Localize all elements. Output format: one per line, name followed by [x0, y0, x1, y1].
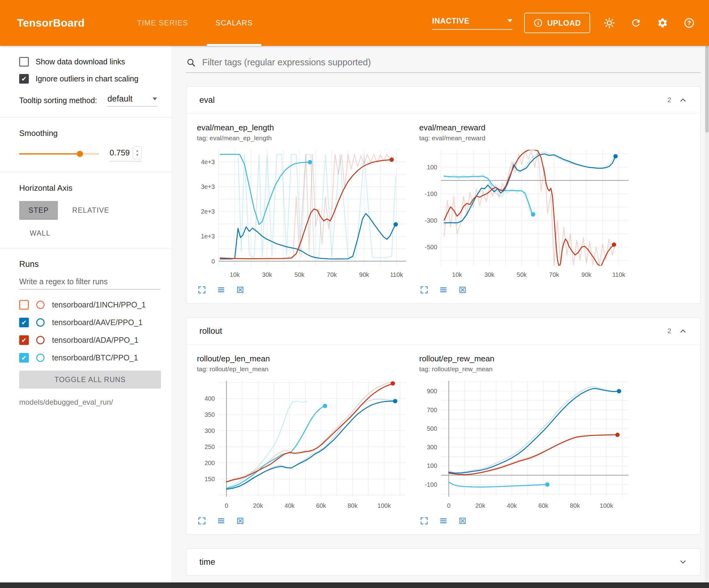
chart-rollout-ep-len-mean: rollout/ep_len_mean tag: rollout/ep_len_…: [194, 353, 411, 526]
tensorboard-app: TensorBoard TIME SERIES SCALARS INACTIVE…: [0, 0, 709, 588]
step-up-icon[interactable]: ▲: [136, 148, 139, 153]
chart-tag: tag: eval/mean_ep_length: [197, 134, 411, 142]
checkbox-label: Ignore outliers in chart scaling: [35, 74, 138, 83]
run-row-1inch[interactable]: tensorboard/1INCH/PPO_1: [19, 300, 159, 310]
svg-text:-100: -100: [425, 481, 437, 488]
relative-axis-button[interactable]: RELATIVE: [72, 206, 109, 214]
fit-domain-button[interactable]: [457, 285, 468, 295]
chart-toolbar: [197, 516, 411, 526]
tooltip-sorting-value: default: [107, 94, 132, 104]
refresh-icon: [630, 17, 641, 28]
section-eval-header[interactable]: eval 2: [186, 87, 700, 113]
wall-axis-button[interactable]: WALL: [30, 229, 50, 237]
svg-text:250: 250: [205, 443, 215, 450]
chart-canvas[interactable]: 10k30k50k70k90k110k01e+32e+33e+34e+3: [194, 145, 411, 281]
upload-button[interactable]: UPLOAD: [524, 13, 590, 33]
expand-chart-button[interactable]: [197, 285, 207, 295]
svg-text:10k: 10k: [452, 271, 462, 278]
section-rollout-header[interactable]: rollout 2: [186, 318, 700, 344]
svg-text:50k: 50k: [517, 271, 527, 278]
chart-title: rollout/ep_len_mean: [197, 354, 411, 363]
run-row-aave[interactable]: tensorboard/AAVE/PPO_1: [19, 318, 159, 327]
chevron-down-icon[interactable]: [679, 558, 687, 566]
chart-toolbar: [197, 285, 411, 295]
chevron-up-icon[interactable]: [679, 96, 687, 104]
chart-title: eval/mean_reward: [419, 123, 633, 132]
svg-text:20k: 20k: [253, 502, 263, 509]
smoothing-slider[interactable]: [19, 148, 99, 159]
view-data-button[interactable]: [216, 516, 226, 526]
chart-canvas[interactable]: 020k40k60k80k100k-100100300500700900: [416, 376, 633, 512]
runs-filter-input[interactable]: [19, 277, 160, 289]
tag-filter-input[interactable]: [202, 57, 701, 68]
tab-scalars[interactable]: SCALARS: [202, 0, 266, 46]
view-data-button[interactable]: [439, 285, 448, 295]
expand-chart-button[interactable]: [419, 285, 429, 295]
fit-domain-button[interactable]: [235, 285, 245, 295]
expand-chart-button[interactable]: [419, 516, 429, 526]
status-dropdown[interactable]: INACTIVE: [432, 17, 513, 30]
run-color-swatch[interactable]: [36, 336, 45, 344]
smoothing-value-input[interactable]: 0.759 ▲▼: [110, 146, 141, 161]
fit-domain-button[interactable]: [457, 516, 468, 526]
horizontal-axis-block: Horizontal Axis STEP RELATIVE WALL: [0, 172, 172, 248]
expand-chart-button[interactable]: [197, 516, 207, 526]
header-actions: INACTIVE UPLOAD: [432, 0, 697, 46]
view-data-button[interactable]: [216, 285, 226, 295]
svg-text:150: 150: [205, 476, 215, 482]
run-checkbox[interactable]: [19, 335, 29, 345]
svg-text:30k: 30k: [262, 271, 272, 278]
svg-text:80k: 80k: [348, 502, 358, 509]
slider-fill: [19, 153, 80, 154]
scrollbar-thumb[interactable]: [705, 46, 709, 132]
chart-tag: tag: eval/mean_reward: [419, 134, 633, 142]
run-checkbox[interactable]: [19, 300, 29, 310]
chart-canvas[interactable]: 10k30k50k70k90k110k100-100-300-500: [416, 145, 633, 281]
view-data-button[interactable]: [439, 516, 448, 526]
svg-text:1e+3: 1e+3: [201, 233, 215, 240]
svg-text:80k: 80k: [570, 502, 580, 509]
refresh-button[interactable]: [629, 16, 644, 30]
run-row-btc[interactable]: tensorboard/BTC/PPO_1: [19, 353, 159, 363]
stepper-buttons[interactable]: ▲▼: [133, 146, 141, 159]
run-color-swatch[interactable]: [36, 318, 45, 327]
tooltip-sorting-label: Tooltip sorting method:: [19, 95, 98, 106]
chart-title: rollout/ep_rew_mean: [419, 354, 633, 363]
chevron-up-icon[interactable]: [679, 327, 687, 335]
bottom-edge: [0, 582, 709, 588]
tab-time-series[interactable]: TIME SERIES: [124, 0, 202, 46]
ignore-outliers-checkbox[interactable]: Ignore outliers in chart scaling: [19, 74, 159, 84]
svg-text:30k: 30k: [484, 271, 495, 278]
svg-text:4e+3: 4e+3: [201, 158, 215, 165]
expand-icon: [197, 516, 207, 526]
chart-canvas[interactable]: 020k40k60k80k100k150200250300350400: [194, 376, 411, 512]
svg-text:500: 500: [427, 425, 437, 432]
run-checkbox[interactable]: [19, 353, 29, 363]
step-axis-button[interactable]: STEP: [19, 201, 58, 220]
run-checkbox[interactable]: [19, 318, 29, 327]
help-button[interactable]: ?: [682, 16, 697, 30]
runs-base-directory: models/debugged_eval_run/: [19, 398, 159, 407]
fit-domain-button[interactable]: [235, 516, 245, 526]
settings-button[interactable]: [655, 16, 670, 30]
chart-eval-mean-ep-length: eval/mean_ep_length tag: eval/mean_ep_le…: [194, 122, 411, 295]
run-row-ada[interactable]: tensorboard/ADA/PPO_1: [19, 335, 159, 345]
show-download-links-checkbox[interactable]: Show data download links: [19, 57, 159, 67]
tag-filter[interactable]: [186, 57, 701, 73]
brightness-toggle-button[interactable]: [602, 16, 617, 30]
svg-text:70k: 70k: [327, 271, 337, 278]
section-time-header[interactable]: time: [186, 549, 700, 575]
svg-text:300: 300: [427, 444, 437, 451]
horizontal-axis-label: Horizontal Axis: [19, 183, 159, 193]
run-color-swatch[interactable]: [36, 301, 45, 309]
run-color-swatch[interactable]: [36, 354, 45, 362]
svg-text:50k: 50k: [294, 271, 305, 278]
fit-domain-icon: [458, 285, 467, 295]
tooltip-sorting-select[interactable]: default: [107, 94, 157, 106]
svg-text:90k: 90k: [359, 271, 369, 278]
chart-title: eval/mean_ep_length: [197, 123, 411, 132]
toggle-all-runs-button[interactable]: TOGGLE ALL RUNS: [19, 370, 161, 389]
scrollbar[interactable]: [705, 46, 709, 582]
slider-thumb[interactable]: [77, 151, 83, 157]
step-down-icon[interactable]: ▼: [136, 153, 139, 157]
